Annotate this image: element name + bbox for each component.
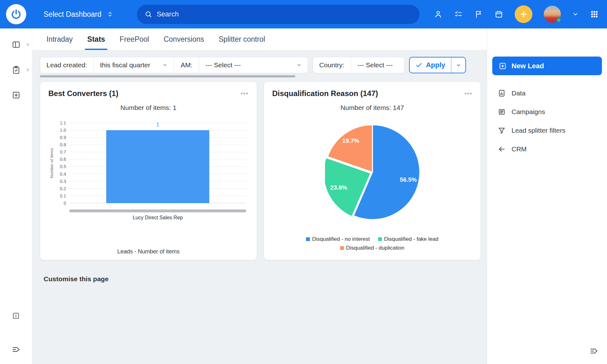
- plot-area: 1: [69, 123, 246, 203]
- tab-stats[interactable]: Stats: [85, 28, 107, 50]
- calendar-icon[interactable]: [494, 10, 503, 19]
- header-actions: [434, 5, 607, 23]
- kebab-menu-icon[interactable]: [240, 89, 248, 98]
- search-input[interactable]: [157, 10, 412, 18]
- check-icon: [415, 62, 422, 69]
- sidebar-item-add[interactable]: [6, 86, 26, 104]
- tasks-icon[interactable]: [454, 10, 463, 19]
- add-square-icon: [11, 90, 21, 100]
- clipboard-icon: [11, 65, 21, 75]
- pie-legend: Disqualified - no interest Disqualified …: [284, 236, 461, 251]
- tab-bar: Intraday Stats FreePool Conversions Spli…: [32, 28, 487, 50]
- chart-caption: Leads - Number of items: [48, 248, 248, 255]
- legend-label: Disqualified - no interest: [312, 236, 370, 242]
- power-icon: [10, 9, 22, 20]
- unfold-icon: [107, 11, 113, 18]
- panel-item-lead-splitter-filters[interactable]: Lead splitter filters: [487, 123, 607, 138]
- dashboard-selector[interactable]: Select Dashboard: [44, 10, 113, 19]
- flag-icon[interactable]: [474, 10, 483, 19]
- am-value: --- Select ---: [205, 61, 241, 69]
- apply-dropdown-toggle[interactable]: [451, 58, 465, 73]
- legend-swatch: [378, 237, 382, 241]
- legend-swatch: [306, 237, 310, 241]
- panel-item-label: Data: [512, 89, 525, 97]
- apps-grid-icon[interactable]: [590, 10, 599, 19]
- main-content: Intraday Stats FreePool Conversions Spli…: [32, 28, 487, 364]
- legend-label: Disqualified - duplication: [346, 245, 404, 251]
- sidebar-expand-button[interactable]: [6, 341, 26, 358]
- online-status-dot: [556, 18, 561, 22]
- sidebar-item-dashboards[interactable]: [6, 36, 26, 53]
- x-axis-category: Lucy Direct Sales Rep: [69, 215, 246, 221]
- dashboard-icon: [11, 40, 21, 49]
- chevron-down-icon[interactable]: [572, 11, 579, 17]
- panel-item-label: Lead splitter filters: [512, 127, 565, 134]
- tab-freepool[interactable]: FreePool: [118, 28, 151, 50]
- chevron-right-icon: [25, 67, 30, 72]
- bar-chart: Number of items 1.1 1.0 0.9 0.8 0.7 0.6 …: [48, 123, 248, 206]
- filters-scrollbar[interactable]: [40, 75, 295, 77]
- apply-button[interactable]: Apply: [409, 57, 466, 73]
- user-avatar[interactable]: [544, 6, 561, 23]
- panel-item-campaigns[interactable]: Campaigns: [487, 104, 607, 120]
- filter-icon: [498, 126, 506, 135]
- legend-item-duplication[interactable]: Disqualified - duplication: [340, 245, 404, 251]
- tab-intraday[interactable]: Intraday: [45, 28, 75, 50]
- chart-subtitle: Number of items: 1: [48, 104, 248, 112]
- lead-created-select[interactable]: this fiscal quarter: [93, 57, 174, 73]
- tab-conversions[interactable]: Conversions: [162, 28, 206, 50]
- country-value: --- Select ---: [357, 61, 393, 69]
- campaigns-icon: [498, 108, 506, 116]
- search-icon: [144, 10, 152, 18]
- new-lead-button[interactable]: New Lead: [492, 57, 602, 75]
- right-panel-menu: Data Campaigns Lead splitter filters CRM: [487, 85, 607, 157]
- legend-swatch: [340, 246, 344, 250]
- expand-icon: [11, 345, 21, 354]
- pie-pct-fake-lead: 23.8%: [330, 184, 347, 191]
- card-title: Best Converters (1): [48, 89, 118, 98]
- user-icon[interactable]: [434, 10, 443, 19]
- lead-created-label: Lead created:: [40, 57, 93, 73]
- app-logo[interactable]: [0, 4, 32, 24]
- customise-page-link[interactable]: Customise this page: [44, 275, 108, 283]
- panel-item-crm[interactable]: CRM: [487, 141, 607, 157]
- sidebar-item-tasks[interactable]: [6, 61, 26, 79]
- add-button[interactable]: [515, 5, 532, 23]
- am-label: AM:: [174, 57, 199, 73]
- new-lead-label: New Lead: [512, 62, 544, 70]
- bar-value-label: 1: [156, 122, 159, 128]
- card-disqualification-reason: Disqualification Reason (147) Number of …: [264, 82, 481, 260]
- back-arrow-icon: [498, 145, 506, 153]
- app-logo-icon: [6, 4, 26, 24]
- sidebar-item-info[interactable]: [6, 307, 26, 325]
- panel-collapse-button[interactable]: [589, 346, 599, 357]
- panel-item-data[interactable]: Data: [487, 85, 607, 101]
- y-axis-label: Number of items: [48, 123, 55, 203]
- caret-down-icon: [456, 63, 461, 68]
- bar-lucy-direct-sales-rep[interactable]: 1: [106, 130, 209, 203]
- filter-group-country: Country: --- Select ---: [313, 57, 405, 73]
- card-best-converters: Best Converters (1) Number of items: 1 N…: [40, 82, 257, 260]
- filter-bar: Lead created: this fiscal quarter AM: --…: [40, 57, 481, 73]
- legend-item-fake-lead[interactable]: Disqualified - fake lead: [378, 236, 438, 242]
- panel-item-label: CRM: [512, 145, 527, 153]
- tab-splitter-control[interactable]: Splitter control: [217, 28, 267, 50]
- am-select[interactable]: --- Select ---: [199, 57, 308, 73]
- dashboard-selector-label: Select Dashboard: [44, 10, 101, 19]
- search-bar[interactable]: [137, 5, 420, 24]
- chart-x-scrollbar[interactable]: [69, 209, 246, 212]
- plus-icon: [519, 10, 528, 19]
- pie-svg: [325, 125, 420, 220]
- add-square-icon: [499, 62, 507, 70]
- pie-pct-duplication: 19.7%: [342, 137, 359, 144]
- expand-icon: [589, 346, 599, 356]
- lead-created-value: this fiscal quarter: [100, 61, 150, 69]
- chevron-right-icon: [25, 42, 30, 47]
- legend-item-no-interest[interactable]: Disqualified - no interest: [306, 236, 370, 242]
- chart-subtitle: Number of items: 147: [272, 104, 472, 112]
- y-axis-ticks: 1.1 1.0 0.9 0.8 0.7 0.6 0.5 0.4 0.3 0.2 …: [55, 120, 69, 206]
- country-select[interactable]: --- Select ---: [351, 57, 404, 73]
- apply-label: Apply: [426, 61, 445, 69]
- kebab-menu-icon[interactable]: [464, 89, 472, 98]
- pie-pct-no-interest: 56.5%: [400, 176, 417, 183]
